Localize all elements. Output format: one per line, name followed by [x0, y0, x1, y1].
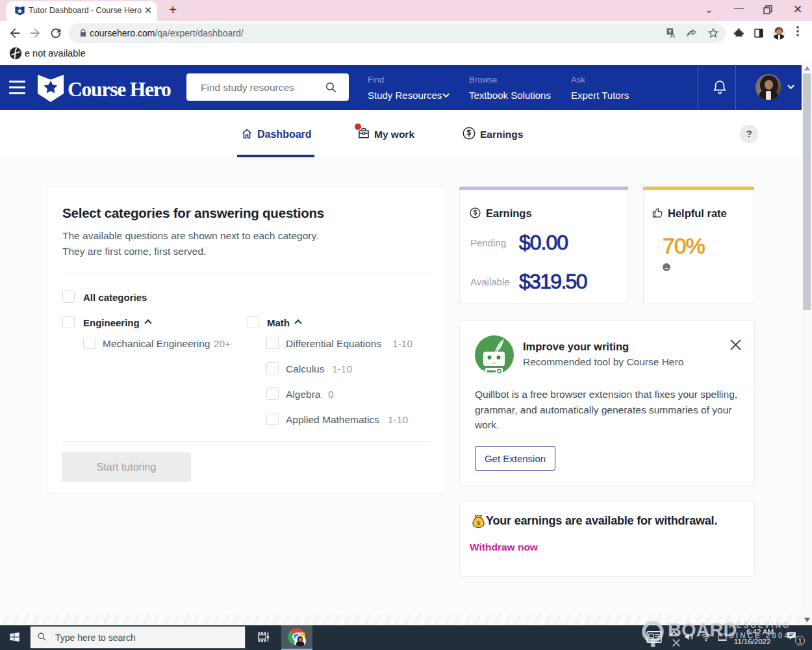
svg-text:$: $	[477, 519, 481, 526]
